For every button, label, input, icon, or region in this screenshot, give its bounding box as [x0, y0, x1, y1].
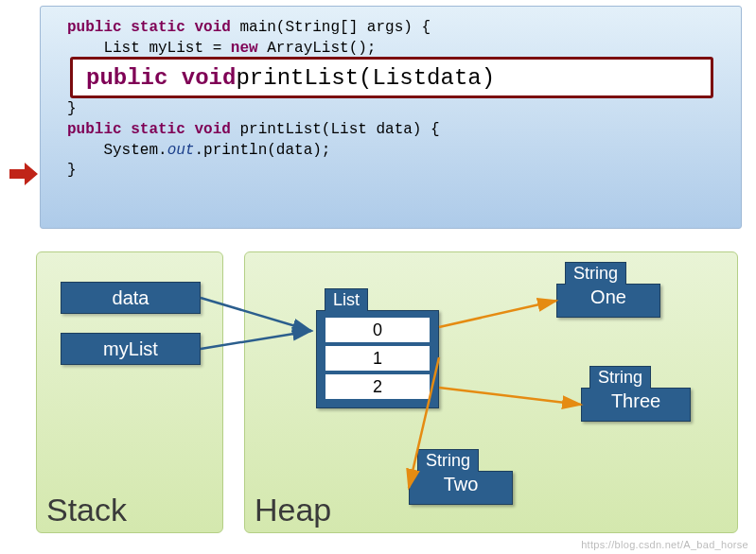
list-slot: 2: [325, 373, 431, 400]
code-line: }: [67, 99, 724, 120]
heap-string-object: StringTwo: [409, 471, 513, 505]
execution-pointer-icon: [9, 163, 38, 185]
heap-object-tab: String: [565, 262, 626, 285]
heap-string-value: One: [557, 285, 659, 308]
code-panel: public static void main(String[] args) {…: [40, 6, 742, 229]
heap-object-tab: String: [589, 366, 651, 389]
heap-string-value: Two: [410, 472, 512, 495]
stack-var-mylist: myList: [61, 333, 201, 365]
code-line: List myList = new ArrayList();: [67, 39, 724, 60]
list-slot: 0: [325, 317, 431, 343]
heap-object-tab: List: [325, 288, 368, 311]
watermark: https://blog.csdn.net/A_bad_horse: [581, 539, 748, 550]
stack-var-data: data: [61, 282, 201, 314]
code-line: System.out.println(data);: [67, 141, 724, 162]
heap-title: Heap: [255, 492, 331, 528]
code-line: }: [67, 161, 724, 182]
current-frame-signature: public void printList(List data): [70, 57, 713, 98]
stack-title: Stack: [46, 492, 127, 528]
heap-object-tab: String: [417, 449, 479, 472]
heap-string-object: StringThree: [581, 388, 691, 422]
heap-string-object: StringOne: [556, 284, 660, 318]
heap-list-object: List 012: [316, 310, 439, 408]
list-slot: 1: [325, 345, 431, 372]
code-line: public static void main(String[] args) {: [67, 18, 724, 39]
heap-string-value: Three: [582, 389, 690, 412]
code-line: public static void printList(List data) …: [67, 120, 724, 141]
